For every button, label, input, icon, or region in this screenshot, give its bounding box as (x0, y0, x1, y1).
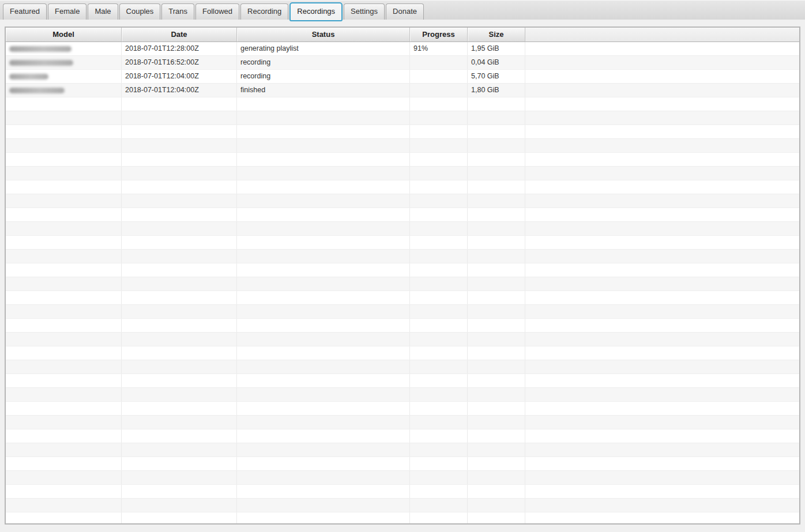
cell-size: 0,04 GiB (468, 56, 525, 69)
cell-model (6, 263, 122, 277)
cell-status (237, 139, 410, 152)
table-header-row: ModelDateStatusProgressSize (6, 28, 799, 42)
cell-status (237, 97, 410, 111)
table-row[interactable]: 2018-07-01T16:52:00Zrecording0,04 GiB (6, 56, 799, 70)
empty-row (6, 374, 799, 388)
cell-filler (525, 512, 799, 523)
cell-status (237, 512, 410, 523)
empty-row (6, 305, 799, 319)
table-row[interactable]: 2018-07-01T12:04:00Zfinished1,80 GiB (6, 84, 799, 97)
cell-filler (525, 97, 799, 111)
cell-status: finished (237, 84, 410, 97)
cell-size (468, 346, 525, 360)
cell-model (6, 485, 122, 498)
empty-row (6, 167, 799, 180)
cell-progress (410, 236, 468, 249)
tab-featured[interactable]: Featured (3, 3, 47, 20)
cell-filler (525, 84, 799, 97)
tab-couples[interactable]: Couples (119, 3, 161, 20)
cell-model (6, 291, 122, 304)
column-header-size[interactable]: Size (468, 28, 525, 42)
cell-model (6, 346, 122, 360)
cell-date: 2018-07-01T12:04:00Z (122, 84, 237, 97)
tab-trans[interactable]: Trans (161, 3, 194, 20)
empty-row (6, 457, 799, 471)
cell-status (237, 208, 410, 221)
cell-filler (525, 153, 799, 166)
cell-size (468, 305, 525, 318)
tab-recording[interactable]: Recording (240, 3, 288, 20)
tab-followed[interactable]: Followed (195, 3, 239, 20)
table-row[interactable]: 2018-07-01T12:04:00Zrecording5,70 GiB (6, 70, 799, 84)
column-header-date[interactable]: Date (122, 28, 237, 42)
cell-status (237, 194, 410, 207)
cell-date (122, 111, 237, 124)
cell-filler (525, 263, 799, 277)
cell-progress (410, 374, 468, 387)
cell-model (6, 333, 122, 346)
cell-size (468, 97, 525, 111)
cell-date (122, 333, 237, 346)
tab-female[interactable]: Female (48, 3, 86, 20)
cell-model (6, 42, 122, 55)
column-header-model[interactable]: Model (6, 28, 122, 42)
cell-progress (410, 167, 468, 180)
cell-progress (410, 263, 468, 277)
cell-date (122, 305, 237, 318)
cell-size (468, 139, 525, 152)
column-header-progress[interactable]: Progress (410, 28, 468, 42)
cell-status (237, 416, 410, 429)
cell-status (237, 277, 410, 290)
tab-recordings[interactable]: Recordings (289, 2, 343, 21)
cell-status (237, 319, 410, 332)
cell-size (468, 208, 525, 221)
cell-progress (410, 84, 468, 97)
cell-date (122, 485, 237, 498)
cell-filler (525, 305, 799, 318)
cell-model (6, 416, 122, 429)
cell-size (468, 125, 525, 138)
cell-date (122, 319, 237, 332)
cell-model (6, 70, 122, 83)
cell-size (468, 429, 525, 443)
cell-filler (525, 208, 799, 221)
cell-model (6, 97, 122, 111)
cell-progress (410, 153, 468, 166)
cell-date (122, 236, 237, 249)
cell-date: 2018-07-01T12:28:00Z (122, 42, 237, 55)
cell-size (468, 236, 525, 249)
cell-date (122, 250, 237, 263)
cell-size (468, 374, 525, 387)
cell-date (122, 457, 237, 470)
cell-model (6, 388, 122, 401)
cell-status (237, 485, 410, 498)
cell-filler (525, 222, 799, 235)
cell-filler (525, 250, 799, 263)
cell-status (237, 250, 410, 263)
table-row[interactable]: 2018-07-01T12:28:00Zgenerating playlist9… (6, 42, 799, 56)
cell-status (237, 222, 410, 235)
tab-male[interactable]: Male (88, 3, 118, 20)
empty-row (6, 485, 799, 499)
cell-status (237, 333, 410, 346)
empty-row (6, 360, 799, 374)
cell-progress (410, 56, 468, 69)
content-pane: ModelDateStatusProgressSize 2018-07-01T1… (0, 20, 805, 532)
cell-model (6, 360, 122, 373)
cell-date (122, 222, 237, 235)
cell-size (468, 263, 525, 277)
tab-donate[interactable]: Donate (386, 3, 424, 20)
cell-model (6, 250, 122, 263)
cell-model (6, 139, 122, 152)
cell-status (237, 125, 410, 138)
cell-size (468, 111, 525, 124)
cell-model (6, 374, 122, 387)
cell-model (6, 125, 122, 138)
column-header-status[interactable]: Status (237, 28, 410, 42)
recordings-table: ModelDateStatusProgressSize 2018-07-01T1… (5, 27, 800, 525)
cell-filler (525, 167, 799, 180)
cell-filler (525, 485, 799, 498)
cell-size (468, 319, 525, 332)
tab-settings[interactable]: Settings (344, 3, 385, 20)
cell-progress (410, 208, 468, 221)
